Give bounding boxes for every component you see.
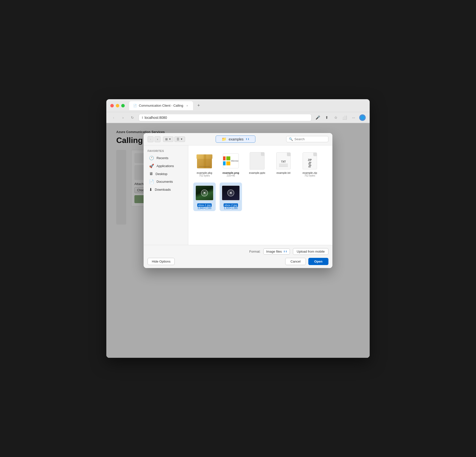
picker-forward-button[interactable]: › — [155, 136, 160, 142]
location-button[interactable]: 📁 examples ⬆⬇ — [216, 136, 255, 143]
cancel-button[interactable]: Cancel — [285, 258, 306, 265]
format-select[interactable]: Image files ⬆⬇ — [263, 248, 290, 255]
txt-lines — [279, 164, 288, 167]
sidebar-item-documents[interactable]: 📄 Documents — [145, 178, 187, 185]
grid-icon: ⊞ — [165, 137, 168, 141]
xbox2-meta: 1,920×1,080 — [224, 207, 238, 210]
location-chevron-icon: ⬆⬇ — [245, 138, 249, 140]
sidebar-item-applications[interactable]: 🚀 Applications — [145, 162, 187, 170]
file-item-pptx[interactable]: example.pptx — [246, 150, 268, 179]
url-text: localhost:8080 — [145, 116, 167, 120]
file-item-png[interactable]: Microsoft example.png 216×46 — [220, 150, 242, 179]
tab-overview-icon[interactable]: ⬜ — [341, 114, 348, 121]
xbox1-logo: ✕ — [201, 189, 208, 196]
hide-options-button[interactable]: Hide Options — [148, 258, 175, 265]
applications-icon: 🚀 — [149, 164, 154, 168]
picker-body: Favorites 🕐 Recents 🚀 Applications 🖥 Des… — [144, 145, 332, 245]
toolbar-icons: 🎤 ⬆ ☆ ⬜ ··· 🌐 — [315, 114, 366, 121]
back-button[interactable]: ‹ — [110, 114, 117, 121]
location-selector: 📁 examples ⬆⬇ — [188, 136, 284, 143]
location-label: examples — [229, 137, 243, 141]
tab-label: Communication Client - Calling — [139, 104, 183, 107]
maximize-button[interactable] — [121, 104, 125, 107]
folder-icon: 📁 — [222, 137, 227, 141]
picker-sidebar: Favorites 🕐 Recents 🚀 Applications 🖥 Des… — [144, 145, 188, 245]
xbox2-x-letter: ✕ — [229, 191, 232, 195]
xbox2-icon-wrap: ✕ — [222, 184, 240, 202]
picker-back-button[interactable]: ‹ — [148, 136, 154, 142]
xbox2-thumbnail: ✕ — [222, 186, 239, 200]
picker-nav: ‹ › — [148, 136, 160, 142]
zip-meta: 752 bytes — [304, 174, 315, 177]
footer-buttons: Cancel Open — [285, 258, 328, 265]
mic-icon[interactable]: 🎤 — [315, 114, 321, 121]
ms-text: Microsoft — [231, 160, 239, 162]
desktop-icon: 🖥 — [149, 172, 153, 176]
picker-header: ‹ › ⊞ ▼ ☰ ▼ — [144, 133, 332, 145]
ms-blue-square — [223, 161, 226, 165]
search-box: 🔍 — [286, 136, 328, 142]
zip-tooth4 — [308, 166, 311, 167]
reload-button[interactable]: ↻ — [129, 114, 136, 121]
pkg-meta: 752 bytes — [199, 174, 210, 177]
pkg-icon-wrap — [196, 152, 213, 170]
desktop-label: Desktop — [156, 172, 167, 176]
minimize-button[interactable] — [116, 104, 119, 107]
sidebar-item-recents[interactable]: 🕐 Recents — [145, 154, 187, 162]
file-item-zip[interactable]: ZIP example.zip 75 — [299, 150, 321, 179]
zip-tooth2 — [308, 163, 311, 164]
txt-label-text: TXT — [281, 160, 286, 163]
view-toggle: ⊞ ▼ ☰ ▼ — [163, 137, 185, 142]
file-item-xbox2[interactable]: ✕ xbox-2.jpg 1,920×1,080 — [220, 183, 242, 211]
zip-tooth1 — [309, 162, 311, 163]
browser-tab[interactable]: 📄 Communication Client - Calling × — [129, 101, 193, 110]
title-bar: 📄 Communication Client - Calling × + — [106, 99, 370, 112]
xbox2-filename: xbox-2.jpg — [224, 203, 238, 207]
applications-label: Applications — [157, 164, 174, 168]
pptx-filename: example.pptx — [249, 171, 265, 174]
zip-zipper — [308, 162, 311, 167]
png-filename: example.png — [222, 171, 239, 174]
page-content: Azure Communication Services Calling and… — [106, 123, 370, 358]
address-input[interactable]: ℹ localhost:8080 — [139, 114, 312, 121]
documents-icon: 📄 — [149, 179, 154, 184]
file-item-xbox1[interactable]: ✕ xbox-1.jpg 3,840×2,160 — [193, 183, 216, 211]
xbox1-meta: 3,840×2,160 — [198, 207, 211, 210]
xbox1-icon-wrap: ✕ — [196, 184, 213, 202]
pptx-icon — [250, 152, 265, 170]
bookmark-icon[interactable]: ☆ — [332, 114, 339, 121]
list-dropdown-icon: ▼ — [180, 138, 183, 140]
close-button[interactable] — [110, 104, 114, 107]
share-icon[interactable]: ⬆ — [323, 114, 330, 121]
profile-icon[interactable]: 🌐 — [359, 114, 366, 121]
search-input[interactable] — [294, 137, 322, 141]
favorites-label: Favorites — [144, 149, 188, 154]
upload-mobile-button[interactable]: Upload from mobile — [293, 248, 328, 255]
forward-button[interactable]: › — [120, 114, 126, 121]
file-item-txt[interactable]: TXT example.txt — [272, 150, 295, 179]
traffic-lights — [110, 104, 125, 107]
icon-view-button[interactable]: ⊞ ▼ — [163, 137, 173, 142]
file-item-pkg[interactable]: example.pkg 752 bytes — [193, 150, 216, 179]
recents-icon: 🕐 — [149, 156, 154, 160]
pkg-filename: example.pkg — [197, 171, 212, 174]
open-button[interactable]: Open — [308, 258, 328, 265]
file-picker-dialog: ‹ › ⊞ ▼ ☰ ▼ — [144, 133, 332, 268]
grid-dropdown-icon: ▼ — [169, 138, 171, 140]
list-view-button[interactable]: ☰ ▼ — [174, 137, 185, 142]
search-icon: 🔍 — [289, 137, 293, 141]
new-tab-button[interactable]: + — [195, 102, 202, 109]
more-icon[interactable]: ··· — [350, 114, 357, 121]
tab-close-btn[interactable]: × — [185, 104, 189, 108]
zip-filename: example.zip — [303, 171, 317, 174]
txt-line3 — [279, 166, 288, 167]
sidebar-item-desktop[interactable]: 🖥 Desktop — [145, 170, 187, 178]
ms-green-square — [226, 156, 230, 160]
xbox1-filename: xbox-1.jpg — [197, 203, 212, 207]
ms-yellow-square — [226, 161, 230, 165]
ms-red-square — [223, 156, 226, 160]
png-icon: Microsoft — [223, 153, 239, 168]
sidebar-item-downloads[interactable]: ⬇ Downloads — [145, 186, 187, 193]
format-chevron-icon: ⬆⬇ — [283, 250, 287, 253]
downloads-icon: ⬇ — [149, 187, 152, 192]
